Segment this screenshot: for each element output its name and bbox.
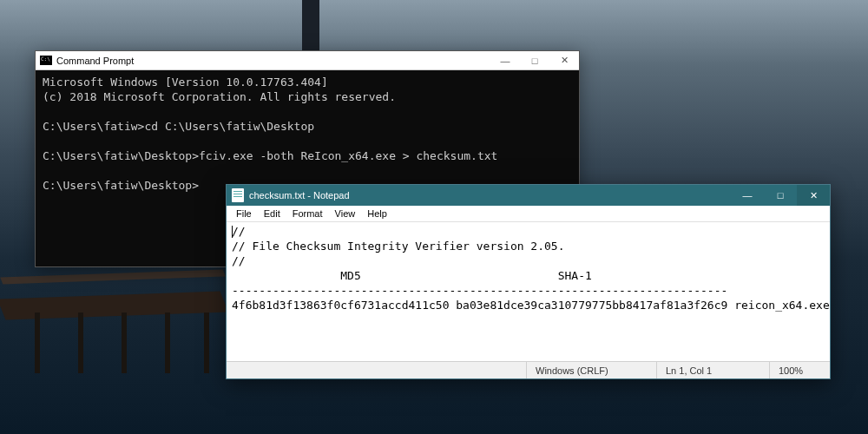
status-position: Ln 1, Col 1 — [656, 362, 769, 378]
notepad-statusbar: Windows (CRLF) Ln 1, Col 1 100% — [227, 361, 830, 378]
np-line: ----------------------------------------… — [232, 284, 727, 297]
status-encoding: Windows (CRLF) — [526, 362, 656, 378]
maximize-button[interactable]: □ — [520, 51, 549, 70]
notepad-text-area[interactable]: // // File Checksum Integrity Verifier v… — [227, 222, 830, 361]
notepad-window: checksum.txt - Notepad — □ ✕ File Edit F… — [226, 184, 831, 379]
cmd-line: C:\Users\fatiw>cd C:\Users\fatiw\Desktop — [43, 120, 314, 133]
notepad-menubar: File Edit Format View Help — [227, 206, 830, 222]
menu-view[interactable]: View — [329, 208, 362, 219]
menu-file[interactable]: File — [230, 208, 258, 219]
cmd-icon — [40, 56, 52, 65]
background-post — [35, 312, 40, 373]
minimize-button[interactable]: — — [490, 51, 520, 70]
menu-help[interactable]: Help — [361, 208, 393, 219]
menu-format[interactable]: Format — [286, 208, 329, 219]
minimize-button[interactable]: — — [731, 185, 764, 206]
cmd-titlebar[interactable]: Command Prompt — □ ✕ — [36, 51, 579, 70]
status-zoom: 100% — [769, 362, 830, 378]
np-line: // — [232, 254, 246, 267]
cmd-line: C:\Users\fatiw\Desktop> — [43, 179, 199, 192]
cmd-line: Microsoft Windows [Version 10.0.17763.40… — [43, 76, 328, 89]
maximize-button[interactable]: □ — [764, 185, 797, 206]
background-pier-rail — [0, 269, 226, 284]
notepad-icon — [232, 188, 244, 202]
cmd-title: Command Prompt — [56, 56, 490, 66]
background-post — [78, 312, 83, 373]
background-post — [204, 312, 209, 373]
cmd-line: C:\Users\fatiw\Desktop>fciv.exe -both Re… — [43, 149, 497, 162]
close-button[interactable]: ✕ — [797, 185, 830, 206]
background-post — [165, 312, 170, 373]
menu-edit[interactable]: Edit — [258, 208, 286, 219]
cmd-line: (c) 2018 Microsoft Corporation. All righ… — [43, 90, 396, 103]
np-line: // File Checksum Integrity Verifier vers… — [232, 240, 565, 253]
notepad-titlebar[interactable]: checksum.txt - Notepad — □ ✕ — [227, 185, 830, 206]
background-post — [122, 312, 127, 373]
notepad-title: checksum.txt - Notepad — [249, 190, 731, 201]
cmd-body[interactable]: Microsoft Windows [Version 10.0.17763.40… — [36, 70, 579, 197]
close-button[interactable]: ✕ — [549, 51, 579, 70]
np-line: 4f6b81d3f13863f0cf6731accd411c50 ba03e81… — [232, 299, 830, 312]
np-line: // — [232, 225, 246, 238]
np-line: MD5 SHA-1 — [232, 269, 592, 282]
